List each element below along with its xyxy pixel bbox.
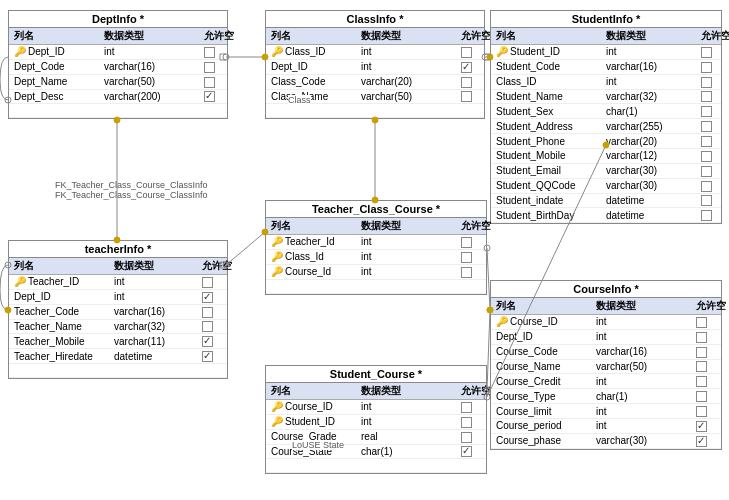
pk-icon: 🔑Class_ID bbox=[271, 46, 361, 57]
table-row: 🔑Class_Idint bbox=[266, 250, 486, 265]
col-type-label: 数据类型 bbox=[104, 29, 204, 43]
classinfo-title: ClassInfo * bbox=[266, 11, 484, 28]
deptinfo-title: DeptInfo * bbox=[9, 11, 227, 28]
sc-title: Student_Course * bbox=[266, 366, 486, 383]
table-row: 🔑Course_Idint bbox=[266, 265, 486, 280]
col-type: varchar(16) bbox=[104, 61, 204, 72]
col-null-label: 允许空 bbox=[696, 299, 726, 313]
teacherinfo-table: teacherInfo * 列名 数据类型 允许空 🔑Teacher_IDint… bbox=[8, 240, 228, 379]
table-row: Student_indatedatetime bbox=[491, 194, 721, 209]
col-name-label: 列名 bbox=[271, 29, 361, 43]
table-row: Dept_Desc varchar(200) bbox=[9, 90, 227, 105]
table-row: 🔑Student_IDint bbox=[266, 415, 486, 430]
col-null bbox=[461, 46, 491, 58]
col-type: int bbox=[361, 46, 461, 57]
table-row: Student_Sexchar(1) bbox=[491, 104, 721, 119]
col-name: Class_Code bbox=[271, 76, 361, 87]
table-row: 🔑Class_ID int bbox=[266, 45, 484, 60]
col-null-label: 允许空 bbox=[461, 219, 491, 233]
table-row: Teacher_Namevarchar(32) bbox=[9, 320, 227, 335]
col-null-label: 允许空 bbox=[461, 29, 491, 43]
tcc-title: Teacher_Class_Course * bbox=[266, 201, 486, 218]
table-row: Course_Namevarchar(50) bbox=[491, 360, 721, 375]
table-row: 🔑Teacher_Idint bbox=[266, 235, 486, 250]
table-row: 🔑Course_IDint bbox=[491, 315, 721, 330]
col-type-label: 数据类型 bbox=[361, 29, 461, 43]
col-name-label: 列名 bbox=[496, 299, 596, 313]
table-row-empty bbox=[266, 280, 486, 294]
col-type: varchar(20) bbox=[361, 76, 461, 87]
classinfo-header: 列名 数据类型 允许空 bbox=[266, 28, 484, 45]
table-row-empty bbox=[266, 459, 486, 473]
table-row: Course_periodint bbox=[491, 419, 721, 434]
table-row: Course_Codevarchar(16) bbox=[491, 345, 721, 360]
col-type-label: 数据类型 bbox=[361, 219, 461, 233]
col-type-label: 数据类型 bbox=[596, 299, 696, 313]
table-row: Student_Addressvarchar(255) bbox=[491, 119, 721, 134]
table-row: Student_BirthDaydatetime bbox=[491, 208, 721, 223]
table-row-empty bbox=[9, 104, 227, 118]
sc-header: 列名 数据类型 允许空 bbox=[266, 383, 486, 400]
table-row: Student_Phonevarchar(20) bbox=[491, 134, 721, 149]
col-name-label: 列名 bbox=[271, 384, 361, 398]
table-row: Student_Mobilevarchar(12) bbox=[491, 149, 721, 164]
louse-state-label: LoUSE State bbox=[292, 440, 344, 450]
col-name-label: 列名 bbox=[271, 219, 361, 233]
table-row-empty bbox=[9, 364, 227, 378]
student-course-table: Student_Course * 列名 数据类型 允许空 🔑Course_IDi… bbox=[265, 365, 487, 474]
studentinfo-title: StudentInfo * bbox=[491, 11, 721, 28]
col-type: varchar(50) bbox=[104, 76, 204, 87]
col-null-label: 允许空 bbox=[204, 29, 234, 43]
svg-text:FK_Teacher_Class_Course_ClassI: FK_Teacher_Class_Course_ClassInfo bbox=[55, 180, 208, 190]
table-row: Student_Emailvarchar(30) bbox=[491, 164, 721, 179]
table-row: Dept_IDint bbox=[9, 290, 227, 305]
teacher-class-course-table: Teacher_Class_Course * 列名 数据类型 允许空 🔑Teac… bbox=[265, 200, 487, 295]
col-null-label: 允许空 bbox=[461, 384, 491, 398]
table-row: Student_Codevarchar(16) bbox=[491, 60, 721, 75]
table-row: 🔑Dept_ID int bbox=[9, 45, 227, 60]
table-row: Dept_IDint bbox=[491, 330, 721, 345]
col-name-label: 列名 bbox=[496, 29, 606, 43]
col-type-label: 数据类型 bbox=[606, 29, 701, 43]
col-null-label: 允许空 bbox=[701, 29, 729, 43]
table-row: Dept_ID int bbox=[266, 60, 484, 75]
table-row: Class_Code varchar(20) bbox=[266, 75, 484, 90]
table-row: Teacher_Codevarchar(16) bbox=[9, 305, 227, 320]
col-name: Dept_Desc bbox=[14, 91, 104, 102]
table-row: Dept_Name varchar(50) bbox=[9, 75, 227, 90]
table-row: Course_limitint bbox=[491, 404, 721, 419]
table-row: Course_Creditint bbox=[491, 374, 721, 389]
col-name-label: 列名 bbox=[14, 259, 114, 273]
col-null bbox=[204, 91, 234, 103]
courseinfo-table: CourseInfo * 列名 数据类型 允许空 🔑Course_IDint D… bbox=[490, 280, 722, 450]
table-row: Dept_Code varchar(16) bbox=[9, 60, 227, 75]
col-name: Dept_Name bbox=[14, 76, 104, 87]
col-null bbox=[461, 91, 491, 103]
col-null-label: 允许空 bbox=[202, 259, 232, 273]
studentinfo-table: StudentInfo * 列名 数据类型 允许空 🔑Student_ID in… bbox=[490, 10, 722, 224]
table-row: Teacher_Mobilevarchar(11) bbox=[9, 334, 227, 349]
col-type: int bbox=[361, 61, 461, 72]
table-row-empty bbox=[266, 104, 484, 118]
table-row: 🔑Course_IDint bbox=[266, 400, 486, 415]
col-name-label: 列名 bbox=[14, 29, 104, 43]
col-null bbox=[204, 76, 234, 88]
table-row: Class_IDint bbox=[491, 75, 721, 90]
courseinfo-header: 列名 数据类型 允许空 bbox=[491, 298, 721, 315]
table-row: Course_phasevarchar(30) bbox=[491, 434, 721, 449]
table-row: Student_QQCodevarchar(30) bbox=[491, 179, 721, 194]
table-row: 🔑Teacher_IDint bbox=[9, 275, 227, 290]
col-null bbox=[461, 76, 491, 88]
col-null bbox=[461, 61, 491, 73]
col-name: Dept_ID bbox=[271, 61, 361, 72]
teacherinfo-title: teacherInfo * bbox=[9, 241, 227, 258]
deptinfo-header: 列名 数据类型 允许空 bbox=[9, 28, 227, 45]
col-type-label: 数据类型 bbox=[361, 384, 461, 398]
table-row: Teacher_Hiredatedatetime bbox=[9, 349, 227, 364]
col-type: varchar(50) bbox=[361, 91, 461, 102]
table-row: Course_Typechar(1) bbox=[491, 389, 721, 404]
col-type: int bbox=[104, 46, 204, 57]
fk-label: FK_Teacher_Class_Course_ClassInfo bbox=[55, 190, 208, 200]
courseinfo-title: CourseInfo * bbox=[491, 281, 721, 298]
col-name: Class_Name bbox=[271, 91, 361, 102]
